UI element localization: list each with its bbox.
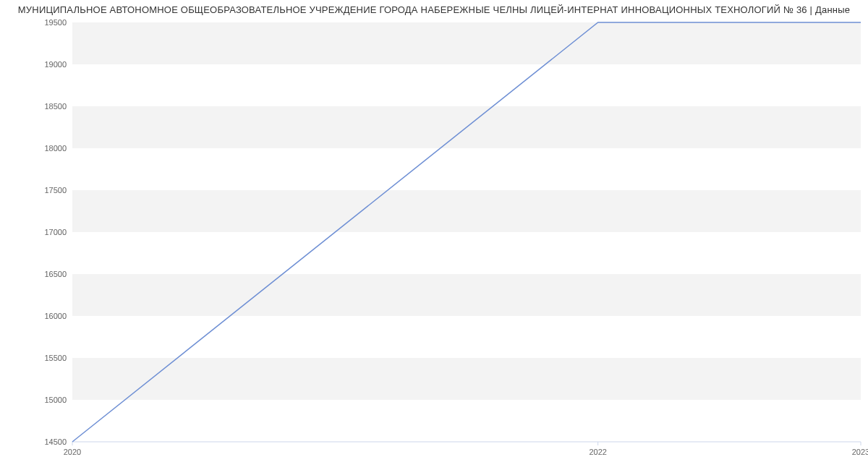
chart-area: 1450015000155001600016500170001750018000… [0,15,868,463]
y-tick-label: 18000 [44,144,67,153]
y-tick-label: 15500 [44,354,67,362]
y-tick-label: 16000 [44,312,67,320]
grid-band [72,274,861,316]
y-tick-label: 16500 [44,270,67,278]
x-tick-label: 2022 [589,448,606,456]
y-tick-label: 19500 [44,18,67,27]
x-tick-label: 2020 [64,448,81,456]
chart-title: МУНИЦИПАЛЬНОЕ АВТОНОМНОЕ ОБЩЕОБРАЗОВАТЕЛ… [0,0,868,15]
y-tick-label: 19000 [44,60,67,69]
y-tick-label: 14500 [44,437,67,446]
chart-svg: 1450015000155001600016500170001750018000… [0,15,868,463]
grid-band [72,358,861,400]
y-tick-label: 15000 [44,396,67,404]
x-tick-label: 2023 [852,448,868,456]
y-tick-label: 17500 [44,186,67,195]
y-tick-label: 17000 [44,228,67,236]
grid-band [72,190,861,232]
grid-band [72,22,861,64]
y-tick-label: 18500 [44,102,67,111]
